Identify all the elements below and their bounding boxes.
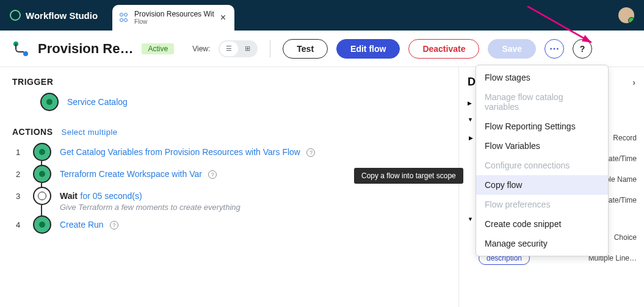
app-logo[interactable]: Workflow Studio — [10, 10, 98, 21]
flow-canvas: TRIGGER Service Catalog ACTIONS Select m… — [0, 67, 458, 307]
menu-flow-reporting[interactable]: Flow Reporting Settings — [476, 117, 608, 136]
page-title: Provision Re… — [38, 41, 133, 57]
action-step-4[interactable]: 4 Create Run ? — [12, 215, 446, 234]
action-step-1[interactable]: 1 Get Catalog Variables from Provision R… — [12, 143, 446, 161]
toolbar: Provision Re… Active View: ☰ ⊞ Test Edit… — [0, 31, 644, 67]
more-actions-menu: Flow stages Manage flow catalog variable… — [476, 65, 609, 256]
view-label: View: — [192, 45, 210, 53]
info-icon[interactable]: ? — [208, 170, 217, 179]
step-number: 1 — [16, 143, 24, 157]
step-description: Give Terraform a few moments to create e… — [60, 203, 241, 212]
view-toggle[interactable]: ☰ ⊞ — [219, 40, 258, 57]
step-number: 4 — [16, 215, 24, 229]
menu-flow-preferences: Flow preferences — [476, 195, 608, 214]
tab-subtitle: Flow — [134, 18, 214, 25]
divider — [270, 40, 270, 57]
step-number: 2 — [16, 165, 24, 179]
deactivate-button[interactable]: Deactivate — [408, 39, 479, 59]
menu-flow-stages[interactable]: Flow stages — [476, 68, 608, 87]
step-label[interactable]: Get Catalog Variables from Provision Res… — [60, 147, 300, 157]
app-name: Workflow Studio — [26, 10, 98, 21]
flow-type-icon — [12, 40, 29, 57]
info-icon[interactable]: ? — [306, 148, 315, 157]
action-icon — [33, 215, 51, 234]
action-icon — [33, 143, 51, 161]
action-icon — [33, 165, 51, 183]
wait-link[interactable]: for 05 second(s) — [81, 191, 142, 201]
wait-label: Wait — [60, 191, 78, 201]
top-nav: Workflow Studio Provision Resources Wit … — [0, 0, 644, 31]
menu-manage-security[interactable]: Manage security — [476, 234, 608, 253]
menu-manage-catalog-vars: Manage flow catalog variables — [476, 87, 608, 117]
wait-icon — [33, 187, 51, 205]
select-multiple-link[interactable]: Select multiple — [62, 128, 118, 137]
tooltip: Copy a flow into target scope — [354, 168, 463, 184]
actions-heading: ACTIONS Select multiple — [12, 127, 446, 137]
step-number: 3 — [16, 187, 24, 201]
trigger-step[interactable]: Service Catalog — [12, 93, 446, 111]
step-label[interactable]: Terraform Create Workspace with Var — [60, 169, 202, 179]
step-label[interactable]: Create Run — [60, 220, 104, 229]
close-icon[interactable]: × — [220, 12, 226, 23]
menu-create-snippet[interactable]: Create code snippet — [476, 214, 608, 234]
action-step-3[interactable]: 3 Wait for 05 second(s) Give Terraform a… — [12, 187, 446, 212]
avatar[interactable] — [618, 7, 634, 23]
trigger-label[interactable]: Service Catalog — [67, 97, 128, 107]
tree-view-icon[interactable]: ☰ — [220, 42, 238, 56]
flow-tab[interactable]: Provision Resources Wit Flow × — [112, 5, 234, 31]
save-button[interactable]: Save — [488, 39, 536, 59]
test-button[interactable]: Test — [283, 39, 328, 59]
trigger-icon — [40, 93, 59, 111]
chevron-right-icon[interactable]: › — [632, 78, 635, 87]
logo-icon — [10, 10, 21, 21]
help-button[interactable]: ? — [573, 39, 592, 59]
trigger-heading: TRIGGER — [12, 77, 446, 87]
flow-tab-icon — [120, 13, 129, 23]
tab-title: Provision Resources Wit — [134, 10, 214, 18]
menu-flow-variables[interactable]: Flow Variables — [476, 136, 608, 156]
more-actions-button[interactable]: ⋯ — [545, 39, 564, 59]
diagram-view-icon[interactable]: ⊞ — [238, 42, 256, 56]
menu-configure-connections: Configure connections — [476, 156, 608, 175]
info-icon[interactable]: ? — [110, 221, 118, 229]
menu-copy-flow[interactable]: Copy flow — [476, 175, 608, 195]
status-badge: Active — [142, 43, 174, 54]
edit-flow-button[interactable]: Edit flow — [336, 39, 400, 59]
